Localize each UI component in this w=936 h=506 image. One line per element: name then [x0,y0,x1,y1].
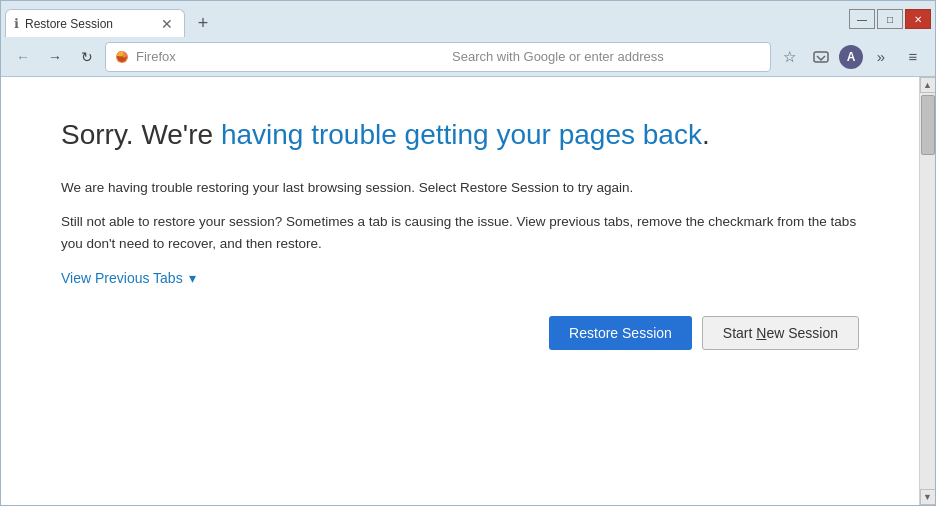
account-avatar[interactable]: A [839,45,863,69]
reload-button[interactable]: ↻ [73,43,101,71]
scrollbar-track[interactable] [920,93,935,489]
toolbar-icons: ☆ A » ≡ [775,43,927,71]
pocket-icon [813,49,829,65]
browser-toolbar: ← → ↻ Firefox Search with Google or ente… [1,37,935,77]
pocket-button[interactable] [807,43,835,71]
new-tab-button[interactable]: + [189,9,217,37]
scroll-down-arrow[interactable]: ▼ [920,489,936,505]
page-title: Sorry. We're having trouble getting your… [61,117,859,153]
scrollbar-thumb[interactable] [921,95,935,155]
title-part1: Sorry. We're [61,119,221,150]
forward-button[interactable]: → [41,43,69,71]
tab-info-icon: ℹ [14,16,19,31]
bookmark-star-button[interactable]: ☆ [775,43,803,71]
minimize-button[interactable]: — [849,9,875,29]
browser-window: ℹ Restore Session ✕ + — □ ✕ ← → ↻ Firefo… [0,0,936,506]
address-placeholder: Search with Google or enter address [452,49,762,64]
maximize-button[interactable]: □ [877,9,903,29]
scroll-up-arrow[interactable]: ▲ [920,77,936,93]
hamburger-menu-button[interactable]: ≡ [899,43,927,71]
start-new-session-button[interactable]: Start New Session [702,316,859,350]
title-highlight: having trouble getting your pages back [221,119,702,150]
active-tab[interactable]: ℹ Restore Session ✕ [5,9,185,37]
scrollbar: ▲ ▼ [919,77,935,505]
description-2: Still not able to restore your session? … [61,211,859,254]
close-button[interactable]: ✕ [905,9,931,29]
more-tools-button[interactable]: » [867,43,895,71]
page-content: Sorry. We're having trouble getting your… [1,77,919,505]
action-buttons: Restore Session Start New Session [61,316,859,350]
new-underline: N [756,325,766,341]
view-previous-tabs-link[interactable]: View Previous Tabs [61,270,183,286]
back-button[interactable]: ← [9,43,37,71]
description-1: We are having trouble restoring your las… [61,177,859,199]
content-wrap: Sorry. We're having trouble getting your… [1,77,935,505]
tab-close-button[interactable]: ✕ [158,15,176,33]
chevron-down-icon: ▾ [189,270,196,286]
title-part2: . [702,119,710,150]
address-bar[interactable]: Firefox Search with Google or enter addr… [105,42,771,72]
tab-title: Restore Session [25,17,152,31]
address-firefox-label: Firefox [136,49,446,64]
restore-session-button[interactable]: Restore Session [549,316,692,350]
view-tabs-row: View Previous Tabs ▾ [61,270,859,286]
firefox-logo-icon [114,49,130,65]
window-controls: — □ ✕ [845,1,935,37]
tabs-area: ℹ Restore Session ✕ + [1,1,845,37]
title-bar: ℹ Restore Session ✕ + — □ ✕ [1,1,935,37]
